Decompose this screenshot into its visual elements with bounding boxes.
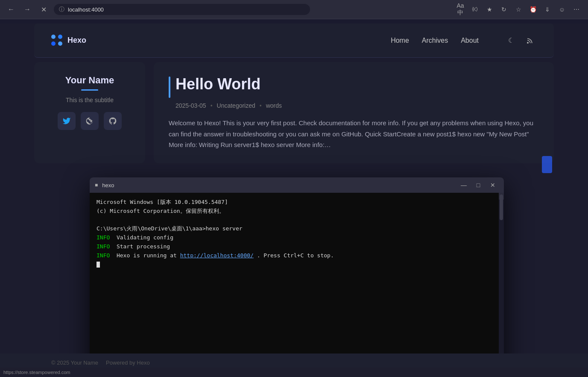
terminal-line6: Start processing xyxy=(110,243,170,250)
scrollbar-thumb[interactable] xyxy=(500,194,503,220)
terminal-close-button[interactable]: ✕ xyxy=(487,179,499,191)
terminal-line2: (c) Microsoft Corporation。保留所有权利。 xyxy=(97,208,225,214)
more-button[interactable]: ⋯ xyxy=(570,3,583,16)
terminal-minimize-button[interactable]: — xyxy=(458,179,470,191)
footer-copyright: © 2025 Your Name xyxy=(51,359,98,366)
steam-button[interactable] xyxy=(81,112,99,130)
terminal-line7b: . Press Ctrl+C to stop. xyxy=(254,252,334,259)
main-content: Your Name This is the subtitle xyxy=(0,62,588,163)
nav-home[interactable]: Home xyxy=(391,37,409,44)
meta-dot-1: • xyxy=(211,102,213,109)
terminal-title: hexo xyxy=(102,182,114,188)
status-bar: https://store.steampowered.com xyxy=(0,368,588,377)
status-url: https://store.steampowered.com xyxy=(3,370,70,375)
website-area: Hexo Home Archives About ☾ Your Name Thi… xyxy=(0,24,588,377)
browser-chrome: ← → ✕ ⓘ localhost:4000 Aa中 🄚 ★ ↻ ☆ ⏰ ⇓ ☺… xyxy=(0,0,588,19)
edge-icon-button[interactable]: 🄚 xyxy=(468,3,481,16)
terminal-maximize-button[interactable]: □ xyxy=(472,179,484,191)
dot-3 xyxy=(51,41,56,46)
forward-button[interactable]: → xyxy=(21,3,33,15)
sidebar-name: Your Name xyxy=(43,75,137,86)
nav-icons: ☾ xyxy=(504,34,537,47)
dot-1 xyxy=(51,35,56,39)
terminal-window-buttons: — □ ✕ xyxy=(458,179,499,191)
github-button[interactable] xyxy=(104,112,122,130)
dark-mode-button[interactable]: ☾ xyxy=(504,34,518,47)
terminal-scrollbar[interactable]: ▲ ▼ xyxy=(499,193,504,377)
svg-point-0 xyxy=(527,42,529,44)
terminal-info1: INFO xyxy=(97,234,110,241)
favorites-button[interactable]: ★ xyxy=(483,3,496,16)
address-bar[interactable]: ⓘ localhost:4000 xyxy=(54,4,310,15)
terminal-line4: C:\Users\火雨\OneDrive\桌面\1\aaa>hexo serve… xyxy=(97,225,243,232)
terminal-icon: ■ xyxy=(95,182,98,188)
dot-4 xyxy=(58,41,62,46)
post-title-wrap: Hello World xyxy=(169,75,539,98)
terminal-line1: Microsoft Windows [版本 10.0.19045.5487] xyxy=(97,199,228,205)
post-meta: 2025-03-05 • Uncategorized • words xyxy=(176,102,539,109)
nav-about[interactable]: About xyxy=(461,37,479,44)
history-button[interactable]: ⏰ xyxy=(527,3,539,16)
terminal-link[interactable]: http://localhost:4000/ xyxy=(180,252,254,259)
terminal-line5: Validating config xyxy=(110,234,173,241)
nav-archives[interactable]: Archives xyxy=(422,37,448,44)
terminal-info2: INFO xyxy=(97,243,110,250)
collection-button[interactable]: ☆ xyxy=(512,3,525,16)
post-title-bar xyxy=(169,77,170,98)
terminal-cursor xyxy=(97,262,100,268)
post-excerpt: Welcome to Hexo! This is your very first… xyxy=(169,118,539,150)
download-button[interactable]: ⇓ xyxy=(541,3,554,16)
terminal-content: Microsoft Windows [版本 10.0.19045.5487] (… xyxy=(97,198,497,269)
footer-powered: Powered by Hexo xyxy=(106,359,150,366)
url-display: localhost:4000 xyxy=(68,6,104,13)
translate-button[interactable]: Aa中 xyxy=(454,3,467,16)
post-date: 2025-03-05 xyxy=(176,102,206,109)
hexo-logo-dots xyxy=(51,35,63,47)
terminal-info3: INFO xyxy=(97,252,110,259)
nav-links: Home Archives About xyxy=(391,37,479,44)
sidebar-underline xyxy=(81,89,98,91)
terminal-body: Microsoft Windows [版本 10.0.19045.5487] (… xyxy=(90,193,504,377)
post-words: words xyxy=(266,102,282,109)
hexo-navbar: Hexo Home Archives About ☾ xyxy=(34,24,554,58)
logo-text: Hexo xyxy=(67,36,86,45)
browser-extension-button[interactable]: ↻ xyxy=(497,3,510,16)
terminal-line7: Hexo is running at xyxy=(110,252,180,259)
profile-button[interactable]: ☺ xyxy=(556,3,568,16)
terminal-window: ■ hexo — □ ✕ Microsoft Windows [版本 10.0.… xyxy=(90,177,504,377)
sidebar: Your Name This is the subtitle xyxy=(34,62,145,163)
sidebar-toggle[interactable] xyxy=(542,156,552,173)
post-title[interactable]: Hello World xyxy=(176,75,260,93)
twitter-button[interactable] xyxy=(58,112,76,130)
sidebar-social xyxy=(43,112,137,130)
back-button[interactable]: ← xyxy=(5,3,17,15)
post-card: Hello World 2025-03-05 • Uncategorized •… xyxy=(154,62,554,163)
browser-actions: Aa中 🄚 ★ ↻ ☆ ⏰ ⇓ ☺ ⋯ xyxy=(454,3,583,16)
info-icon: ⓘ xyxy=(59,6,64,13)
sidebar-subtitle: This is the subtitle xyxy=(43,97,137,103)
rss-button[interactable] xyxy=(523,34,537,47)
meta-dot-2: • xyxy=(260,102,262,109)
terminal-titlebar: ■ hexo — □ ✕ xyxy=(90,177,504,193)
close-tab-button[interactable]: ✕ xyxy=(38,3,50,15)
dot-2 xyxy=(58,35,62,39)
hexo-logo: Hexo xyxy=(51,35,86,47)
post-category[interactable]: Uncategorized xyxy=(217,102,255,109)
